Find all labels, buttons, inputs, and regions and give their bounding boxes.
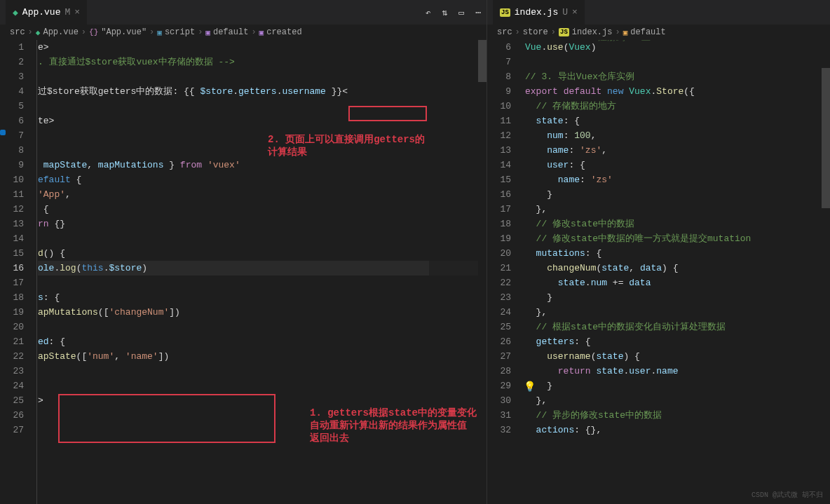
line-number: 13 [487, 143, 511, 158]
split-icon[interactable]: ▭ [458, 7, 464, 18]
code-line[interactable]: }, [525, 202, 830, 217]
code-line[interactable]: rn {} [38, 217, 487, 231]
chevron-right-icon: › [515, 27, 520, 37]
bc-default[interactable]: default [213, 27, 248, 37]
line-number: 11 [487, 114, 511, 128]
left-breadcrumbs[interactable]: src › ◆ App.vue › {} "App.vue" › ▣ scrip… [0, 25, 487, 40]
partial-line: // 2. Vuex注册到Vue上 [543, 40, 651, 45]
code-line[interactable]: e> [38, 40, 487, 55]
code-line[interactable]: s: { [38, 290, 487, 305]
code-line[interactable]: apMutations(['changeNum']) [38, 305, 487, 320]
tab-filename: index.js [515, 7, 558, 18]
code-line[interactable]: ole.log(this.$store) [38, 261, 487, 275]
right-code-area[interactable]: // 2. Vuex注册到Vue上 💡 Vue.use(Vuex)// 3. 导… [522, 40, 830, 504]
tab-index-js[interactable]: JS index.js U × [493, 0, 585, 25]
bc-src[interactable]: src [10, 27, 25, 37]
bc-script[interactable]: script [165, 27, 195, 37]
code-line[interactable]: // 修改state中的数据 [525, 217, 830, 231]
line-number: 27 [0, 423, 24, 437]
code-line[interactable]: // 异步的修改state中的数据 [525, 408, 830, 423]
left-code-area[interactable]: e>. 直接通过$store获取vuex中存储的数据 -->过$store获取g… [35, 40, 487, 504]
chevron-right-icon: › [81, 27, 86, 37]
history-icon[interactable]: ↶ [426, 7, 431, 18]
scrollbar-thumb[interactable] [822, 68, 830, 208]
code-line[interactable] [38, 69, 487, 84]
code-line[interactable] [38, 275, 487, 290]
right-breadcrumbs[interactable]: src › store › JS index.js › ▣ default [487, 25, 830, 40]
bc-default[interactable]: default [630, 27, 665, 37]
bc-file[interactable]: index.js [572, 27, 613, 37]
scrollbar[interactable] [478, 40, 487, 504]
code-line[interactable] [38, 231, 487, 246]
code-line[interactable] [525, 55, 830, 69]
tab-app-vue[interactable]: ◆ App.vue M × [6, 0, 87, 25]
code-line[interactable]: name: 'zs', [525, 143, 830, 158]
code-line[interactable] [38, 423, 487, 437]
bc-src[interactable]: src [497, 27, 512, 37]
bc-file[interactable]: App.vue [43, 27, 78, 37]
right-editor[interactable]: 6789101112131415161718192021222324252627… [487, 40, 830, 504]
line-number: 21 [487, 261, 511, 275]
code-line[interactable]: name: 'zs' [525, 172, 830, 187]
code-line[interactable]: actions: {}, [525, 423, 830, 437]
code-line[interactable] [38, 364, 487, 379]
code-line[interactable]: mutations: { [525, 246, 830, 261]
editor-actions: ↶ ⇅ ▭ ⋯ [426, 7, 481, 18]
code-line[interactable]: }, [525, 393, 830, 408]
bc-created[interactable]: created [266, 27, 301, 37]
code-line[interactable]: user: { [525, 158, 830, 172]
scrollbar-thumb[interactable] [478, 40, 487, 82]
code-line[interactable]: te> [38, 114, 487, 128]
close-icon[interactable]: × [572, 7, 578, 18]
minimap[interactable] [429, 40, 478, 504]
line-number: 30 [487, 393, 511, 408]
code-line[interactable]: export default new Vuex.Store({ [525, 84, 830, 99]
code-line[interactable]: // 3. 导出Vuex仓库实例 [525, 69, 830, 84]
code-line[interactable] [38, 379, 487, 393]
lightbulb-icon[interactable]: 💡 [524, 381, 536, 393]
tab-filename: App.vue [22, 7, 61, 18]
code-line[interactable]: num: 100, [525, 128, 830, 143]
line-number: 32 [487, 423, 511, 437]
code-line[interactable]: // 存储数据的地方 [525, 99, 830, 114]
code-line[interactable]: mapState, mapMutations } from 'vuex' [38, 158, 487, 172]
code-line[interactable]: changeNum(state, data) { [525, 261, 830, 275]
code-line[interactable]: // 修改state中数据的唯一方式就是提交mutation [525, 231, 830, 246]
code-line[interactable]: { [38, 202, 487, 217]
code-line[interactable]: } [525, 290, 830, 305]
code-line[interactable]: // 根据state中的数据变化自动计算处理数据 [525, 320, 830, 334]
code-line[interactable]: > [38, 393, 487, 408]
code-line[interactable]: 过$store获取getters中的数据: {{ $store.getters.… [38, 84, 487, 99]
watermark: CSDN @武式微 胡不归 [751, 490, 823, 500]
code-line[interactable]: return state.user.name [525, 364, 830, 379]
line-number: 15 [0, 246, 24, 261]
code-line[interactable]: 'App', [38, 187, 487, 202]
code-line[interactable] [38, 128, 487, 143]
code-line[interactable] [38, 143, 487, 158]
code-line[interactable] [38, 408, 487, 423]
scrollbar[interactable] [822, 40, 830, 504]
code-line[interactable]: ed: { [38, 334, 487, 349]
more-icon[interactable]: ⋯ [475, 7, 481, 18]
code-line[interactable]: efault { [38, 172, 487, 187]
bc-store[interactable]: store [523, 27, 548, 37]
close-icon[interactable]: × [74, 7, 80, 18]
code-line[interactable]: getters: { [525, 334, 830, 349]
compare-icon[interactable]: ⇅ [442, 7, 448, 18]
code-line[interactable]: state.num += data [525, 275, 830, 290]
code-line[interactable]: } [525, 379, 830, 393]
left-editor[interactable]: 1234567891011121314151617181920212223242… [0, 40, 487, 504]
code-line[interactable]: username(state) { [525, 349, 830, 364]
line-number: 14 [0, 231, 24, 246]
code-line[interactable] [38, 320, 487, 334]
code-line[interactable]: } [525, 187, 830, 202]
code-line[interactable]: }, [525, 305, 830, 320]
code-line[interactable]: . 直接通过$store获取vuex中存储的数据 --> [38, 55, 487, 69]
code-line[interactable]: d() { [38, 246, 487, 261]
code-line[interactable]: state: { [525, 114, 830, 128]
bc-component[interactable]: "App.vue" [101, 27, 147, 37]
code-line[interactable]: apState(['num', 'name']) [38, 349, 487, 364]
line-number: 12 [487, 128, 511, 143]
left-gutter: 1234567891011121314151617181920212223242… [0, 40, 35, 504]
code-line[interactable] [38, 99, 487, 114]
